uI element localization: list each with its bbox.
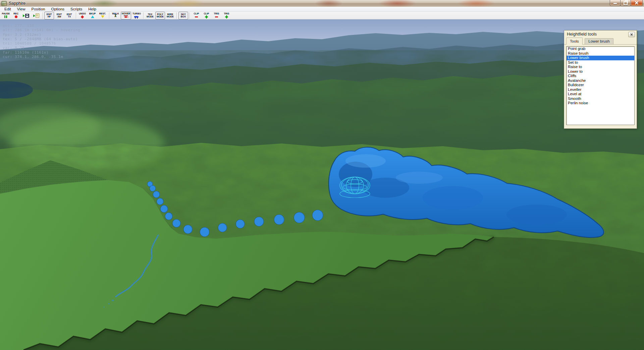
menu-options[interactable]: Options: [48, 7, 67, 11]
tool-item-set-to[interactable]: Set to: [567, 60, 634, 65]
undo-button[interactable]: UNDO: [77, 12, 87, 19]
edit-tx-button[interactable]: EDITTX: [64, 12, 74, 19]
tool-item-raise-brush[interactable]: Raise brush: [567, 51, 634, 56]
save-icon: [23, 14, 29, 17]
tool-item-lower-to[interactable]: Lower to: [567, 69, 634, 74]
sky-box-button[interactable]: SKYBOX: [178, 12, 188, 19]
undo-icon: [81, 15, 84, 18]
menu-bar: EditViewPositionOptionsScriptsHelp: [0, 7, 644, 12]
close-icon: [630, 33, 633, 36]
app-icon: L3DT: [1, 1, 7, 6]
tool-item-lower-brush[interactable]: Lower brush: [567, 56, 634, 60]
minimize-button[interactable]: [610, 0, 621, 6]
tool-list[interactable]: Point grabRaise brushLower brushSet toRa…: [566, 46, 635, 125]
tex-mode-button[interactable]: TEXMODE: [145, 12, 155, 19]
tool-item-cliffs[interactable]: Cliffs: [567, 74, 634, 78]
backup-icon: [91, 15, 94, 18]
menu-scripts[interactable]: Scripts: [67, 7, 85, 11]
minus-icon: [195, 15, 198, 18]
hover-mode-button[interactable]: HOVER: [121, 12, 131, 19]
tris-plus-button[interactable]: TRIS: [222, 12, 231, 19]
plus-icon: [225, 15, 228, 18]
walk-mode-button[interactable]: WALK: [111, 12, 120, 19]
panel-title: Heightfield tools: [567, 32, 597, 37]
panel-close-button[interactable]: [628, 32, 635, 37]
poly-mode-button[interactable]: POLYMODE: [155, 12, 165, 19]
clip-plus-button[interactable]: CLIP: [202, 12, 211, 19]
close-button[interactable]: [631, 0, 643, 6]
toolbar: PAUSERECEDITHFEDITAMEDITTXUNDOBKUPREST.W…: [0, 12, 644, 19]
tool-item-point-grab[interactable]: Point grab: [567, 47, 634, 51]
minus-icon: [215, 15, 218, 18]
menu-help[interactable]: Help: [85, 7, 99, 11]
tab-lower-brush[interactable]: Lower brush: [585, 38, 613, 44]
turbo-mode-button[interactable]: TURBO: [131, 12, 142, 19]
toolbar-separator: [43, 12, 43, 19]
record-button[interactable]: REC: [11, 12, 21, 19]
restore-button[interactable]: [620, 0, 631, 6]
toolbar-separator: [143, 12, 144, 19]
pause-icon: [4, 15, 7, 18]
window-titlebar[interactable]: L3DT Sapphire: [0, 0, 644, 7]
panel-titlebar[interactable]: Heightfield tools: [564, 31, 637, 38]
toolbar-separator: [190, 12, 190, 19]
tool-item-level-at[interactable]: Level at: [567, 92, 634, 97]
tab-tools[interactable]: Tools: [566, 38, 583, 45]
edit-hf-button[interactable]: EDITHF: [44, 12, 54, 19]
walk-icon: [114, 15, 117, 18]
clip-minus-button[interactable]: CLIP: [192, 12, 201, 19]
close-icon: [635, 1, 639, 5]
tool-item-smooth[interactable]: Smooth: [567, 97, 634, 101]
minimize-icon: [613, 3, 617, 4]
restore-button[interactable]: REST.: [98, 12, 107, 19]
helicopter-icon: [124, 15, 128, 18]
heightfield-tools-panel: Heightfield tools Tools Lower brush Poin…: [564, 30, 637, 129]
toolbar-separator: [109, 12, 109, 19]
edit-am-button[interactable]: EDITAM: [54, 12, 64, 19]
toolbar-separator: [76, 12, 76, 19]
tool-item-leveller[interactable]: Leveller: [567, 88, 634, 92]
restore-icon: [624, 1, 628, 5]
panel-tabs: Tools Lower brush: [564, 38, 637, 45]
open-icon: [33, 14, 39, 17]
tool-item-bulldozer[interactable]: Bulldozer: [567, 83, 634, 88]
wire-mode-button[interactable]: WIREMODE: [165, 12, 175, 19]
tool-item-raise-to[interactable]: Raise to: [567, 65, 634, 69]
tris-minus-button[interactable]: TRIS: [212, 12, 221, 19]
tool-item-avalanche[interactable]: Avalanche: [567, 78, 634, 83]
car-icon: [134, 15, 139, 18]
record-icon: [15, 15, 17, 18]
toolbar-separator: [176, 12, 177, 19]
save-button[interactable]: [21, 12, 31, 19]
plus-icon: [205, 15, 208, 18]
window-controls: [610, 0, 643, 6]
menu-edit[interactable]: Edit: [1, 7, 14, 11]
menu-view[interactable]: View: [14, 7, 29, 11]
restore-icon: [101, 15, 104, 18]
pause-button[interactable]: PAUSE: [1, 12, 11, 19]
open-button[interactable]: [31, 12, 41, 19]
tool-item-perlin-noise[interactable]: Perlin noise: [567, 101, 634, 106]
backup-button[interactable]: BKUP: [88, 12, 97, 19]
menu-position[interactable]: Position: [29, 7, 48, 11]
window-title: Sapphire: [9, 1, 25, 6]
viewport-3d[interactable]: [0, 19, 644, 350]
